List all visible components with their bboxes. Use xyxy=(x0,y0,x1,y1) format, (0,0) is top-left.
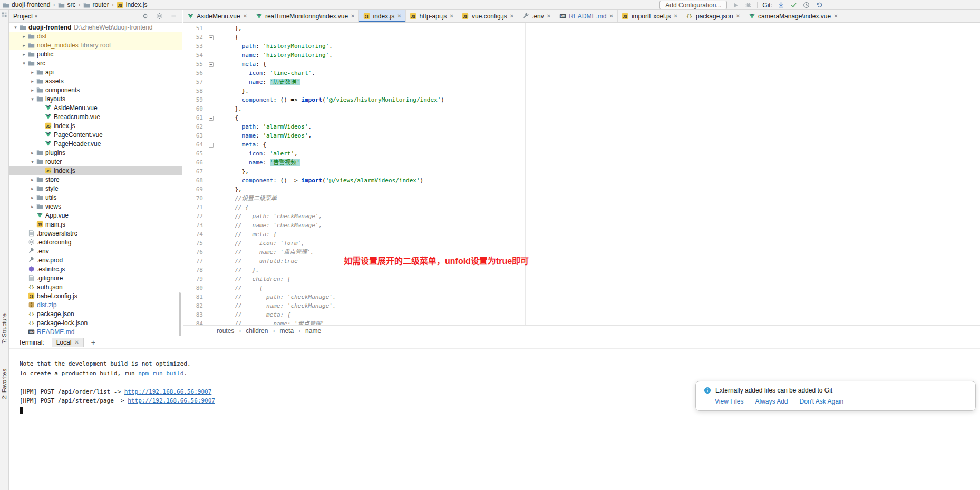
code-line-76[interactable]: 76 // name: '盘点管理', xyxy=(183,248,980,257)
tree-item-layouts[interactable]: ▾layouts xyxy=(9,94,182,103)
expand-arrow-icon[interactable]: ▸ xyxy=(29,79,36,84)
code-line-67[interactable]: 67 }, xyxy=(183,167,980,176)
breadcrumb-item-router[interactable]: router xyxy=(83,1,109,8)
expand-arrow-icon[interactable]: ▸ xyxy=(29,150,36,155)
expand-arrow-icon[interactable]: ▸ xyxy=(29,87,36,93)
expand-arrow-icon[interactable]: ▸ xyxy=(29,186,36,191)
tree-item-.editorconfig[interactable]: .editorconfig xyxy=(9,238,182,247)
code-line-71[interactable]: 71 // { xyxy=(183,203,980,212)
collapse-arrow-icon[interactable]: ▾ xyxy=(29,159,36,164)
code-line-79[interactable]: 79 // children: [ xyxy=(183,275,980,283)
fold-icon[interactable]: − xyxy=(209,35,214,40)
expand-arrow-icon[interactable]: ▸ xyxy=(21,52,27,57)
code-line-63[interactable]: 63 name: 'alarmVideos', xyxy=(183,131,980,140)
collapse-arrow-icon[interactable]: ▾ xyxy=(12,25,19,30)
tree-item-PageContent.vue[interactable]: PageContent.vue xyxy=(9,130,182,139)
code-line-73[interactable]: 73 // name: 'checkManage', xyxy=(183,221,980,230)
close-icon[interactable]: ✕ xyxy=(833,13,838,19)
code-line-75[interactable]: 75 // icon: 'form', xyxy=(183,239,980,248)
terminal-link[interactable]: http://192.168.66.56:9007 xyxy=(124,388,212,395)
code-editor[interactable]: 51 },52− {53 path: 'historyMonitoring',5… xyxy=(183,23,980,325)
tree-item-components[interactable]: ▸components xyxy=(9,85,182,94)
collapse-arrow-icon[interactable]: ▾ xyxy=(21,61,27,66)
tree-item-public[interactable]: ▸public xyxy=(9,50,182,58)
editor-breadcrumb-routes[interactable]: routes xyxy=(217,327,234,335)
close-icon[interactable]: ✕ xyxy=(510,13,514,19)
editor-breadcrumb-meta[interactable]: meta xyxy=(279,327,294,335)
tree-item-package.json[interactable]: {}package.json xyxy=(9,309,182,318)
close-icon[interactable]: ✕ xyxy=(547,13,551,19)
tree-item-App.vue[interactable]: App.vue xyxy=(9,211,182,220)
new-session-icon[interactable]: + xyxy=(91,338,95,347)
tool-windows-icon[interactable] xyxy=(1,12,7,19)
fold-icon[interactable]: − xyxy=(209,62,214,67)
git-update-icon[interactable] xyxy=(777,1,785,9)
expand-arrow-icon[interactable]: ▸ xyxy=(29,70,36,75)
editor-tab-package.json[interactable]: {}package.json✕ xyxy=(682,10,744,22)
tree-item-.browserslistrc[interactable]: .browserslistrc xyxy=(9,229,182,238)
fold-icon[interactable]: − xyxy=(209,116,214,121)
code-line-65[interactable]: 65 icon: 'alert', xyxy=(183,149,980,158)
code-line-70[interactable]: 70 //设置二级菜单 xyxy=(183,194,980,203)
expand-arrow-icon[interactable]: ▸ xyxy=(29,195,36,200)
tree-item-assets[interactable]: ▸assets xyxy=(9,76,182,85)
code-line-68[interactable]: 68 component: () => import('@/views/alar… xyxy=(183,176,980,185)
code-line-54[interactable]: 54 name: 'historyMonitoring', xyxy=(183,51,980,60)
code-line-53[interactable]: 53 path: 'historyMonitoring', xyxy=(183,42,980,51)
code-line-72[interactable]: 72 // path: 'checkManage', xyxy=(183,212,980,221)
tree-item-api[interactable]: ▸api xyxy=(9,67,182,76)
terminal-link[interactable]: http://192.168.66.56:9007 xyxy=(128,397,215,404)
tree-item-README.md[interactable]: MDREADME.md xyxy=(9,327,182,336)
tool-button-structure[interactable]: 7: Structure xyxy=(1,313,7,344)
code-line-78[interactable]: 78 // }, xyxy=(183,266,980,275)
settings-icon[interactable] xyxy=(156,12,163,20)
editor-tab-vue.config.js[interactable]: JSvue.config.js✕ xyxy=(458,10,518,22)
tree-item-dist.zip[interactable]: dist.zip xyxy=(9,300,182,309)
code-line-83[interactable]: 83 // meta: { xyxy=(183,310,980,319)
terminal-output[interactable]: Note that the development build is not o… xyxy=(9,349,980,490)
editor-tab-realTimeMonitoring\index.vue[interactable]: realTimeMonitoring\index.vue✕ xyxy=(251,10,359,22)
expand-arrow-icon[interactable]: ▸ xyxy=(21,34,27,39)
code-line-82[interactable]: 82 // name: 'checkManage', xyxy=(183,301,980,310)
notification-action-always-add[interactable]: Always Add xyxy=(755,398,788,405)
tree-item-.eslintrc.js[interactable]: .eslintrc.js xyxy=(9,264,182,273)
code-line-62[interactable]: 62 path: 'alarmVideos', xyxy=(183,122,980,131)
editor-breadcrumb-children[interactable]: children xyxy=(246,327,268,335)
code-line-57[interactable]: 57 name: '历史数据' xyxy=(183,77,980,86)
code-line-56[interactable]: 56 icon: 'line-chart', xyxy=(183,68,980,77)
expand-arrow-icon[interactable]: ▸ xyxy=(21,43,27,48)
tree-item-index.js[interactable]: JSindex.js xyxy=(9,166,182,175)
code-line-81[interactable]: 81 // path: 'checkManage', xyxy=(183,292,980,301)
tree-item-babel.config.js[interactable]: JSbabel.config.js xyxy=(9,291,182,300)
close-icon[interactable]: ✕ xyxy=(450,13,454,19)
close-icon[interactable]: ✕ xyxy=(736,13,740,19)
terminal-tab-local[interactable]: Local ✕ xyxy=(52,338,84,347)
tree-item-package-lock.json[interactable]: {}package-lock.json xyxy=(9,318,182,327)
tree-item-src[interactable]: ▾src xyxy=(9,58,182,67)
tree-item-views[interactable]: ▸views xyxy=(9,202,182,211)
close-icon[interactable]: ✕ xyxy=(243,13,247,19)
tree-item-.env[interactable]: .env xyxy=(9,247,182,256)
close-icon[interactable]: ✕ xyxy=(609,13,613,19)
tool-button-favorites[interactable]: 2: Favorites xyxy=(1,369,7,399)
expand-arrow-icon[interactable]: ▸ xyxy=(29,177,36,182)
editor-tab-cameraManage\index.vue[interactable]: cameraManage\index.vue✕ xyxy=(744,10,842,22)
git-rollback-icon[interactable] xyxy=(815,1,823,9)
close-icon[interactable]: ✕ xyxy=(397,13,401,19)
code-line-52[interactable]: 52− { xyxy=(183,33,980,42)
code-line-80[interactable]: 80 // { xyxy=(183,283,980,292)
tree-item-utils[interactable]: ▸utils xyxy=(9,193,182,202)
editor-tab-AsideMenu.vue[interactable]: AsideMenu.vue✕ xyxy=(183,10,251,22)
tree-item-store[interactable]: ▸store xyxy=(9,175,182,184)
collapse-arrow-icon[interactable]: ▾ xyxy=(29,96,36,102)
code-line-51[interactable]: 51 }, xyxy=(183,24,980,33)
notification-action-view-files[interactable]: View Files xyxy=(715,398,743,405)
editor-tab-http-api.js[interactable]: JShttp-api.js✕ xyxy=(406,10,458,22)
tree-item-main.js[interactable]: JSmain.js xyxy=(9,220,182,229)
breadcrumb-item-src[interactable]: src xyxy=(57,1,75,8)
editor-tab-README.md[interactable]: MDREADME.md✕ xyxy=(555,10,618,22)
code-line-61[interactable]: 61− { xyxy=(183,113,980,122)
breadcrumb-item-index.js[interactable]: JSindex.js xyxy=(117,1,148,8)
code-line-64[interactable]: 64− meta: { xyxy=(183,140,980,149)
tree-item-duoji-frontend[interactable]: ▾duoji-frontend D:\zheheWeb\duoji-fronte… xyxy=(9,23,182,32)
